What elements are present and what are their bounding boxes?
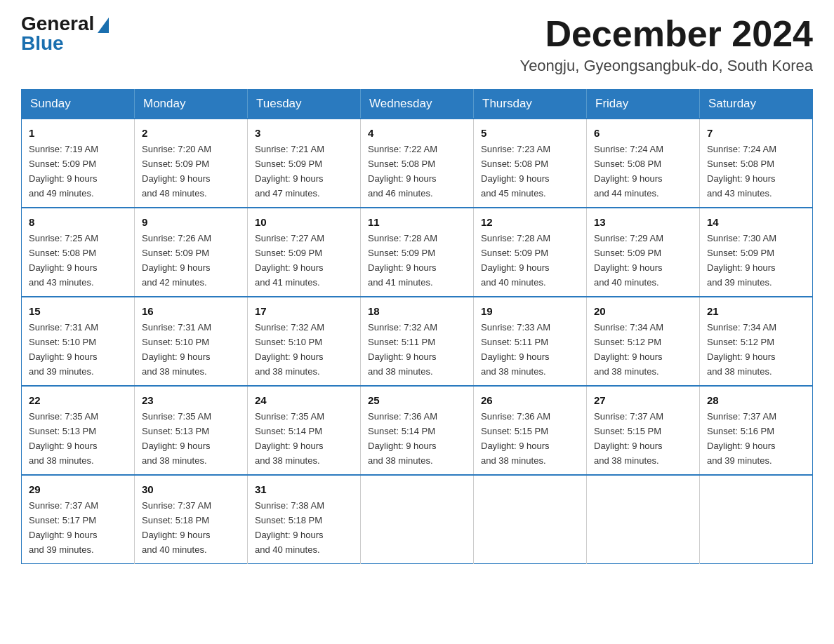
day-cell-1: 1 Sunrise: 7:19 AM Sunset: 5:09 PM Dayli… [22,119,135,208]
calendar-table: SundayMondayTuesdayWednesdayThursdayFrid… [21,89,813,564]
day-cell-24: 24 Sunrise: 7:35 AM Sunset: 5:14 PM Dayl… [248,386,361,475]
day-cell-20: 20 Sunrise: 7:34 AM Sunset: 5:12 PM Dayl… [587,297,700,386]
day-info: Sunrise: 7:22 AM Sunset: 5:08 PM Dayligh… [368,144,437,199]
day-info: Sunrise: 7:37 AM Sunset: 5:17 PM Dayligh… [29,500,98,555]
day-number: 17 [255,303,353,319]
weekday-header-tuesday: Tuesday [248,90,361,119]
day-number: 1 [29,125,127,141]
day-number: 30 [142,481,240,497]
day-info: Sunrise: 7:36 AM Sunset: 5:14 PM Dayligh… [368,411,437,466]
weekday-header-friday: Friday [587,90,700,119]
day-number: 28 [707,392,805,408]
day-cell-28: 28 Sunrise: 7:37 AM Sunset: 5:16 PM Dayl… [700,386,813,475]
day-cell-30: 30 Sunrise: 7:37 AM Sunset: 5:18 PM Dayl… [135,475,248,563]
page-header: General Blue December 2024 Yeongju, Gyeo… [21,14,813,75]
day-number: 31 [255,481,353,497]
day-cell-3: 3 Sunrise: 7:21 AM Sunset: 5:09 PM Dayli… [248,119,361,208]
day-info: Sunrise: 7:20 AM Sunset: 5:09 PM Dayligh… [142,144,211,199]
day-number: 2 [142,125,240,141]
day-number: 5 [481,125,579,141]
day-info: Sunrise: 7:26 AM Sunset: 5:09 PM Dayligh… [142,233,211,288]
week-row-5: 29 Sunrise: 7:37 AM Sunset: 5:17 PM Dayl… [22,475,813,563]
day-number: 26 [481,392,579,408]
day-info: Sunrise: 7:24 AM Sunset: 5:08 PM Dayligh… [594,144,663,199]
day-number: 21 [707,303,805,319]
day-cell-19: 19 Sunrise: 7:33 AM Sunset: 5:11 PM Dayl… [474,297,587,386]
day-number: 27 [594,392,692,408]
day-info: Sunrise: 7:27 AM Sunset: 5:09 PM Dayligh… [255,233,324,288]
day-number: 24 [255,392,353,408]
day-cell-13: 13 Sunrise: 7:29 AM Sunset: 5:09 PM Dayl… [587,208,700,297]
day-cell-2: 2 Sunrise: 7:20 AM Sunset: 5:09 PM Dayli… [135,119,248,208]
day-cell-17: 17 Sunrise: 7:32 AM Sunset: 5:10 PM Dayl… [248,297,361,386]
day-info: Sunrise: 7:37 AM Sunset: 5:18 PM Dayligh… [142,500,211,555]
logo-blue-text: Blue [21,34,64,53]
day-cell-10: 10 Sunrise: 7:27 AM Sunset: 5:09 PM Dayl… [248,208,361,297]
day-info: Sunrise: 7:21 AM Sunset: 5:09 PM Dayligh… [255,144,324,199]
location-title: Yeongju, Gyeongsangbuk-do, South Korea [519,57,813,75]
title-area: December 2024 Yeongju, Gyeongsangbuk-do,… [519,14,813,75]
logo: General Blue [21,14,109,53]
empty-cell [474,475,587,563]
day-number: 13 [594,214,692,230]
logo-general-text: General [21,14,94,34]
day-cell-5: 5 Sunrise: 7:23 AM Sunset: 5:08 PM Dayli… [474,119,587,208]
day-number: 18 [368,303,466,319]
day-info: Sunrise: 7:36 AM Sunset: 5:15 PM Dayligh… [481,411,550,466]
day-cell-7: 7 Sunrise: 7:24 AM Sunset: 5:08 PM Dayli… [700,119,813,208]
day-info: Sunrise: 7:37 AM Sunset: 5:15 PM Dayligh… [594,411,663,466]
day-info: Sunrise: 7:35 AM Sunset: 5:14 PM Dayligh… [255,411,324,466]
day-number: 6 [594,125,692,141]
day-cell-11: 11 Sunrise: 7:28 AM Sunset: 5:09 PM Dayl… [361,208,474,297]
weekday-header-sunday: Sunday [22,90,135,119]
day-info: Sunrise: 7:31 AM Sunset: 5:10 PM Dayligh… [142,322,211,377]
day-cell-22: 22 Sunrise: 7:35 AM Sunset: 5:13 PM Dayl… [22,386,135,475]
day-info: Sunrise: 7:34 AM Sunset: 5:12 PM Dayligh… [594,322,663,377]
week-row-3: 15 Sunrise: 7:31 AM Sunset: 5:10 PM Dayl… [22,297,813,386]
day-cell-21: 21 Sunrise: 7:34 AM Sunset: 5:12 PM Dayl… [700,297,813,386]
day-cell-9: 9 Sunrise: 7:26 AM Sunset: 5:09 PM Dayli… [135,208,248,297]
weekday-header-row: SundayMondayTuesdayWednesdayThursdayFrid… [22,90,813,119]
day-number: 14 [707,214,805,230]
day-number: 25 [368,392,466,408]
day-cell-18: 18 Sunrise: 7:32 AM Sunset: 5:11 PM Dayl… [361,297,474,386]
day-number: 3 [255,125,353,141]
day-cell-6: 6 Sunrise: 7:24 AM Sunset: 5:08 PM Dayli… [587,119,700,208]
weekday-header-wednesday: Wednesday [361,90,474,119]
day-info: Sunrise: 7:34 AM Sunset: 5:12 PM Dayligh… [707,322,776,377]
day-info: Sunrise: 7:37 AM Sunset: 5:16 PM Dayligh… [707,411,776,466]
day-number: 22 [29,392,127,408]
day-cell-12: 12 Sunrise: 7:28 AM Sunset: 5:09 PM Dayl… [474,208,587,297]
day-number: 9 [142,214,240,230]
day-cell-27: 27 Sunrise: 7:37 AM Sunset: 5:15 PM Dayl… [587,386,700,475]
month-title: December 2024 [519,14,813,54]
day-info: Sunrise: 7:31 AM Sunset: 5:10 PM Dayligh… [29,322,98,377]
day-info: Sunrise: 7:32 AM Sunset: 5:10 PM Dayligh… [255,322,324,377]
week-row-1: 1 Sunrise: 7:19 AM Sunset: 5:09 PM Dayli… [22,119,813,208]
day-number: 19 [481,303,579,319]
empty-cell [361,475,474,563]
day-cell-15: 15 Sunrise: 7:31 AM Sunset: 5:10 PM Dayl… [22,297,135,386]
day-number: 29 [29,481,127,497]
day-number: 23 [142,392,240,408]
day-number: 10 [255,214,353,230]
day-cell-29: 29 Sunrise: 7:37 AM Sunset: 5:17 PM Dayl… [22,475,135,563]
day-info: Sunrise: 7:28 AM Sunset: 5:09 PM Dayligh… [481,233,550,288]
weekday-header-monday: Monday [135,90,248,119]
day-info: Sunrise: 7:29 AM Sunset: 5:09 PM Dayligh… [594,233,663,288]
day-info: Sunrise: 7:33 AM Sunset: 5:11 PM Dayligh… [481,322,550,377]
day-number: 7 [707,125,805,141]
day-info: Sunrise: 7:19 AM Sunset: 5:09 PM Dayligh… [29,144,98,199]
day-info: Sunrise: 7:38 AM Sunset: 5:18 PM Dayligh… [255,500,324,555]
day-info: Sunrise: 7:24 AM Sunset: 5:08 PM Dayligh… [707,144,776,199]
day-cell-23: 23 Sunrise: 7:35 AM Sunset: 5:13 PM Dayl… [135,386,248,475]
day-cell-16: 16 Sunrise: 7:31 AM Sunset: 5:10 PM Dayl… [135,297,248,386]
weekday-header-thursday: Thursday [474,90,587,119]
day-number: 8 [29,214,127,230]
day-info: Sunrise: 7:30 AM Sunset: 5:09 PM Dayligh… [707,233,776,288]
week-row-4: 22 Sunrise: 7:35 AM Sunset: 5:13 PM Dayl… [22,386,813,475]
week-row-2: 8 Sunrise: 7:25 AM Sunset: 5:08 PM Dayli… [22,208,813,297]
day-number: 15 [29,303,127,319]
day-cell-4: 4 Sunrise: 7:22 AM Sunset: 5:08 PM Dayli… [361,119,474,208]
day-cell-26: 26 Sunrise: 7:36 AM Sunset: 5:15 PM Dayl… [474,386,587,475]
